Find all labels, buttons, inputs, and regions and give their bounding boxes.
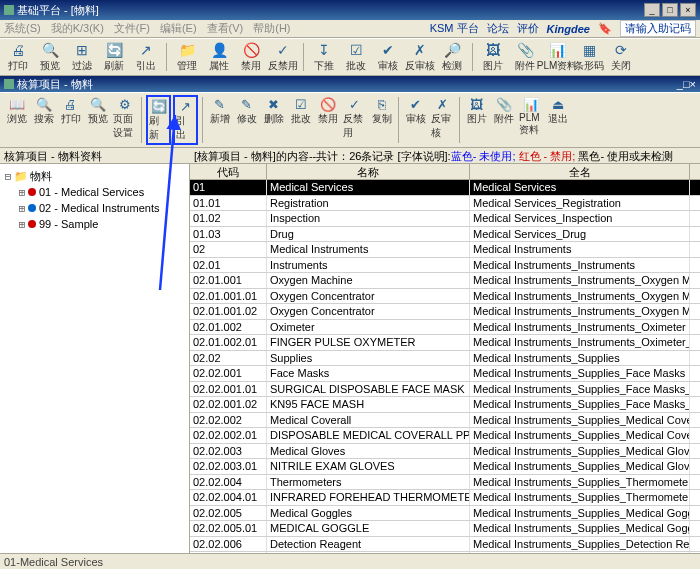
table-row[interactable]: 02.02.005.01MEDICAL GOGGLEMedical Instru…	[190, 521, 700, 537]
tb-刷新[interactable]: 🔄刷新	[100, 41, 128, 73]
table-row[interactable]: 02.02.005Medical GogglesMedical Instrume…	[190, 506, 700, 522]
maximize-button[interactable]: □	[662, 3, 678, 17]
引出-icon: ↗	[176, 98, 196, 114]
dtb-图片[interactable]: 🖼图片	[464, 95, 489, 145]
dtb-预览[interactable]: 🔍预览	[85, 95, 110, 145]
table-row[interactable]: 02.01.002OximeterMedical Instruments_Ins…	[190, 320, 700, 336]
table-row[interactable]: 02.01.002.01FINGER PULSE OXYMETERMedical…	[190, 335, 700, 351]
tb-关闭[interactable]: ⟳关闭	[607, 41, 635, 73]
table-row[interactable]: 02.02.004ThermometersMedical Instruments…	[190, 475, 700, 491]
dtb-页面设置[interactable]: ⚙页面设置	[112, 95, 137, 145]
table-row[interactable]: 02.02.001Face MasksMedical Instruments_S…	[190, 366, 700, 382]
tb-图片[interactable]: 🖼图片	[479, 41, 507, 73]
menu-myk3[interactable]: 我的K/3(K)	[51, 21, 104, 36]
minimize-button[interactable]: _	[644, 3, 660, 17]
dtb-刷新[interactable]: 🔄刷新	[146, 95, 171, 145]
tb-反禁用[interactable]: ✓反禁用	[269, 41, 297, 73]
table-row[interactable]: 02.02.001.01SURGICAL DISPOSABLE FACE MAS…	[190, 382, 700, 398]
table-row[interactable]: 02.02.001.02KN95 FACE MASHMedical Instru…	[190, 397, 700, 413]
table-row[interactable]: 02.02.004.01INFRARED FOREHEAD THERMOMETE…	[190, 490, 700, 506]
table-row[interactable]: 02.01InstrumentsMedical Instruments_Inst…	[190, 258, 700, 274]
tb-审核[interactable]: ✔审核	[374, 41, 402, 73]
dtb-反审核[interactable]: ✗反审核	[430, 95, 455, 145]
dtb-新增[interactable]: ✎新增	[207, 95, 232, 145]
menu-help[interactable]: 帮助(H)	[253, 21, 290, 36]
dtb-修改[interactable]: ✎修改	[234, 95, 259, 145]
link-forum[interactable]: 论坛	[487, 21, 509, 36]
tree-item-label: 01 - Medical Services	[39, 186, 144, 198]
menu-file[interactable]: 文件(F)	[114, 21, 150, 36]
table-row[interactable]: 02.01.001.01Oxygen ConcentratorMedical I…	[190, 289, 700, 305]
dtb-PLM资料[interactable]: 📊PLM资料	[518, 95, 543, 145]
grid-body[interactable]: 01Medical ServicesMedical Services01.01R…	[190, 180, 700, 560]
table-row[interactable]: 02.02.003.01NITRILE EXAM GLOVESMedical I…	[190, 459, 700, 475]
tb-检测[interactable]: 🔎检测	[438, 41, 466, 73]
dtb-浏览[interactable]: 📖浏览	[4, 95, 29, 145]
dtb-退出[interactable]: ⏏退出	[545, 95, 570, 145]
cell-full: Medical Instruments_Supplies_Medical Cov…	[470, 428, 690, 443]
col-name[interactable]: 名称	[267, 164, 470, 179]
table-row[interactable]: 02.02.002Medical CoverallMedical Instrum…	[190, 413, 700, 429]
tb-管理[interactable]: 📁管理	[173, 41, 201, 73]
cell-name: MEDICAL GOGGLE	[267, 521, 470, 536]
mnemonic-input[interactable]: 请输入助记码	[620, 20, 696, 37]
tb-禁用[interactable]: 🚫禁用	[237, 41, 265, 73]
tb-反审核[interactable]: ✗反审核	[406, 41, 434, 73]
table-row[interactable]: 01.02InspectionMedical Services_Inspecti…	[190, 211, 700, 227]
menu-system[interactable]: 系统(S)	[4, 21, 41, 36]
table-row[interactable]: 02.02SuppliesMedical Instruments_Supplie…	[190, 351, 700, 367]
tree-collapse-icon[interactable]: ⊟	[2, 170, 14, 183]
close-button[interactable]: ×	[680, 3, 696, 17]
table-row[interactable]: 02.02.003Medical GlovesMedical Instrumen…	[190, 444, 700, 460]
table-row[interactable]: 01.01RegistrationMedical Services_Regist…	[190, 196, 700, 212]
tb-附件[interactable]: 📎附件	[511, 41, 539, 73]
doc-maximize-button[interactable]: □	[683, 76, 690, 92]
table-row[interactable]: 02.01.001.02Oxygen ConcentratorMedical I…	[190, 304, 700, 320]
dtb-删除[interactable]: ✖删除	[261, 95, 286, 145]
table-row[interactable]: 01Medical ServicesMedical Services	[190, 180, 700, 196]
menu-edit[interactable]: 编辑(E)	[160, 21, 197, 36]
tb-批改[interactable]: ☑批改	[342, 41, 370, 73]
tb-打印[interactable]: 🖨打印	[4, 41, 32, 73]
cell-name: Medical Goggles	[267, 506, 470, 521]
doc-close-button[interactable]: ×	[690, 76, 696, 92]
dtb-附件[interactable]: 📎附件	[491, 95, 516, 145]
tb-下推[interactable]: ↧下推	[310, 41, 338, 73]
dtb-禁用[interactable]: 🚫禁用	[315, 95, 340, 145]
dtb-批改[interactable]: ☑批改	[288, 95, 313, 145]
tree-item[interactable]: ⊞01 - Medical Services	[2, 184, 187, 200]
tb-预览[interactable]: 🔍预览	[36, 41, 64, 73]
tree-expand-icon[interactable]: ⊞	[16, 218, 28, 231]
link-eval[interactable]: 评价	[517, 21, 539, 36]
table-row[interactable]: 02Medical InstrumentsMedical Instruments	[190, 242, 700, 258]
tree-expand-icon[interactable]: ⊞	[16, 186, 28, 199]
col-code[interactable]: 代码	[190, 164, 267, 179]
col-full[interactable]: 全名	[470, 164, 690, 179]
tb-条形码[interactable]: ▦条形码	[575, 41, 603, 73]
folder-icon: 📁	[14, 170, 28, 183]
table-row[interactable]: 01.03DrugMedical Services_Drug	[190, 227, 700, 243]
cell-name: SURGICAL DISPOSABLE FACE MASK	[267, 382, 470, 397]
tb-属性[interactable]: 👤属性	[205, 41, 233, 73]
tree-panel[interactable]: ⊟ 📁 物料 ⊞01 - Medical Services⊞02 - Medic…	[0, 164, 190, 569]
dtb-反禁用[interactable]: ✓反禁用	[342, 95, 367, 145]
link-ksm[interactable]: KSM 平台	[430, 21, 479, 36]
dtb-搜索[interactable]: 🔍搜索	[31, 95, 56, 145]
tree-root[interactable]: ⊟ 📁 物料	[2, 168, 187, 184]
dtb-打印[interactable]: 🖨打印	[58, 95, 83, 145]
tb-过滤[interactable]: ⊞过滤	[68, 41, 96, 73]
dtb-复制[interactable]: ⎘复制	[369, 95, 394, 145]
table-row[interactable]: 02.01.001Oxygen MachineMedical Instrumen…	[190, 273, 700, 289]
table-row[interactable]: 02.02.002.01DISPOSABLE MEDICAL COVERALL …	[190, 428, 700, 444]
dtb-引出[interactable]: ↗引出	[173, 95, 198, 145]
tree-item[interactable]: ⊞02 - Medical Instruments	[2, 200, 187, 216]
tb-PLM资料[interactable]: 📊PLM资料	[543, 41, 571, 73]
新增-icon: ✎	[210, 96, 230, 112]
tb-引出[interactable]: ↗引出	[132, 41, 160, 73]
dtb-审核[interactable]: ✔审核	[403, 95, 428, 145]
tree-item[interactable]: ⊞99 - Sample	[2, 216, 187, 232]
tree-expand-icon[interactable]: ⊞	[16, 202, 28, 215]
table-row[interactable]: 02.02.006Detection ReagentMedical Instru…	[190, 537, 700, 553]
menu-view[interactable]: 查看(V)	[207, 21, 244, 36]
图片-icon: 🖼	[483, 41, 503, 59]
